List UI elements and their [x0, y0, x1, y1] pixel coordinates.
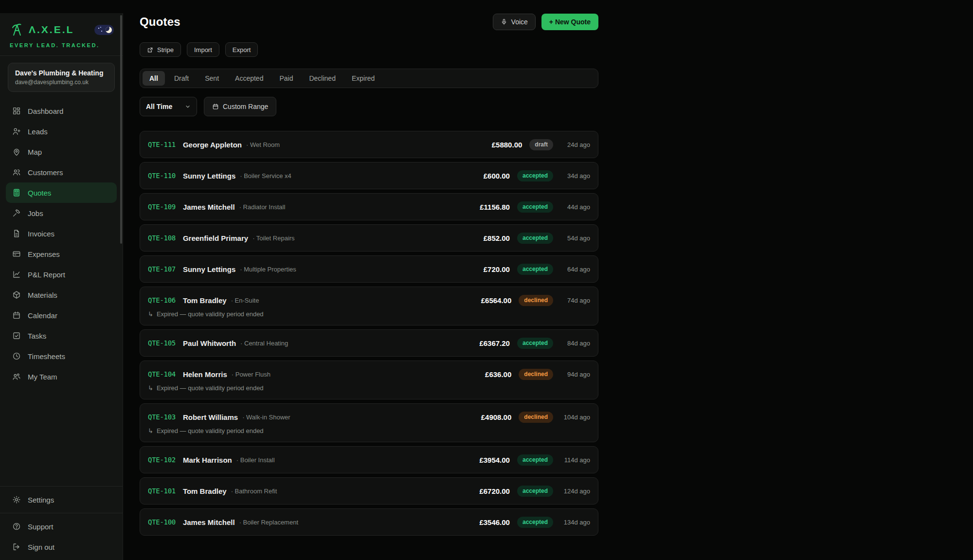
quote-row[interactable]: QTE-109 James Mitchell · Radiator Instal…: [140, 193, 598, 220]
quote-age: 64d ago: [560, 266, 590, 273]
custom-range-button[interactable]: Custom Range: [204, 97, 276, 116]
quote-description: · Central Heating: [240, 340, 288, 347]
import-button[interactable]: Import: [187, 42, 219, 57]
quote-row[interactable]: QTE-107 Sunny Lettings · Multiple Proper…: [140, 255, 598, 283]
status-tabs: All Draft Sent Accepted Paid Declined Ex…: [140, 69, 598, 88]
sidebar-item-quotes[interactable]: Quotes: [6, 182, 117, 203]
sidebar-item-tasks[interactable]: Tasks: [6, 325, 117, 346]
sidebar-settings-nav: Settings: [0, 487, 123, 513]
quote-amount: £600.00: [484, 172, 510, 180]
branch-arrow-icon: ↳: [148, 427, 153, 434]
sidebar-item-dashboard[interactable]: Dashboard: [6, 101, 117, 121]
quote-id: QTE-103: [148, 413, 176, 421]
quote-row[interactable]: QTE-110 Sunny Lettings · Boiler Service …: [140, 162, 598, 189]
stripe-button[interactable]: Stripe: [140, 42, 181, 57]
sidebar-item-expenses[interactable]: Expenses: [6, 244, 117, 264]
quote-row[interactable]: QTE-108 Greenfield Primary · Toilet Repa…: [140, 224, 598, 252]
quote-row[interactable]: QTE-104 Helen Morris · Power Flush £636.…: [140, 361, 598, 399]
sidebar-item-label: Map: [28, 148, 42, 156]
customer-name: Paul Whitworth: [183, 339, 236, 347]
sidebar-scrollbar[interactable]: [120, 15, 122, 244]
quote-description: · Boiler Service x4: [240, 172, 291, 180]
sidebar-item-label: Dashboard: [28, 107, 63, 115]
customer-name: Sunny Lettings: [183, 172, 235, 180]
tab-sent[interactable]: Sent: [198, 71, 226, 86]
time-range-select[interactable]: All Time: [140, 97, 197, 116]
status-badge: draft: [529, 139, 553, 150]
sidebar-item-pl-report[interactable]: P&L Report: [6, 264, 117, 285]
quote-id: QTE-105: [148, 339, 176, 347]
gear-icon: [12, 495, 21, 504]
account-card: Dave's Plumbing & Heating dave@davesplum…: [8, 63, 115, 92]
sidebar-item-label: Calendar: [28, 311, 57, 320]
sidebar-item-label: Timesheets: [28, 352, 65, 361]
customer-name: Helen Morris: [183, 370, 227, 379]
sidebar-item-calendar[interactable]: Calendar: [6, 305, 117, 325]
sidebar-item-my-team[interactable]: My Team: [6, 366, 117, 387]
quote-age: 114d ago: [560, 456, 590, 464]
clock-icon: [12, 352, 21, 361]
tab-declined[interactable]: Declined: [302, 71, 342, 86]
quote-id: QTE-104: [148, 370, 176, 378]
customer-name: George Appleton: [183, 141, 242, 149]
tab-paid[interactable]: Paid: [272, 71, 300, 86]
external-link-icon: [147, 47, 153, 53]
chart-icon: [12, 270, 21, 279]
voice-button[interactable]: Voice: [493, 14, 536, 30]
sidebar-item-label: Quotes: [28, 189, 51, 197]
sidebar-item-support[interactable]: Support: [6, 516, 117, 537]
tab-draft[interactable]: Draft: [167, 71, 196, 86]
quote-id: QTE-101: [148, 487, 176, 495]
quote-id: QTE-102: [148, 456, 176, 464]
theme-toggle[interactable]: [94, 25, 114, 35]
cube-icon: [12, 290, 21, 299]
sidebar-item-timesheets[interactable]: Timesheets: [6, 346, 117, 366]
quote-description: · Boiler Install: [236, 456, 275, 464]
quote-age: 94d ago: [560, 371, 590, 378]
quote-row[interactable]: QTE-105 Paul Whitworth · Central Heating…: [140, 329, 598, 357]
sidebar-item-invoices[interactable]: Invoices: [6, 223, 117, 244]
tab-all[interactable]: All: [143, 71, 165, 86]
quote-description: · Bathroom Refit: [231, 488, 277, 495]
quote-row[interactable]: QTE-101 Tom Bradley · Bathroom Refit £67…: [140, 477, 598, 505]
quote-row[interactable]: QTE-102 Mark Harrison · Boiler Install £…: [140, 446, 598, 473]
quote-amount: £6367.20: [479, 339, 510, 347]
quote-amount: £3546.00: [479, 518, 510, 526]
quote-row[interactable]: QTE-100 James Mitchell · Boiler Replacem…: [140, 508, 598, 536]
quote-amount: £6564.00: [481, 296, 512, 305]
sidebar-item-materials[interactable]: Materials: [6, 285, 117, 305]
tab-accepted[interactable]: Accepted: [228, 71, 270, 86]
quotes-list: QTE-111 George Appleton · Wet Room £5880…: [140, 131, 598, 536]
sidebar-item-label: Customers: [28, 168, 63, 177]
sidebar-item-leads[interactable]: Leads: [6, 121, 117, 142]
custom-range-label: Custom Range: [223, 103, 268, 110]
status-badge: accepted: [517, 170, 553, 181]
moon-icon: [106, 27, 112, 33]
calendar-icon: [212, 103, 219, 110]
sidebar-item-map[interactable]: Map: [6, 142, 117, 162]
quote-age: 134d ago: [560, 519, 590, 526]
customers-icon: [12, 168, 21, 177]
quote-row[interactable]: QTE-106 Tom Bradley · En-Suite £6564.00 …: [140, 287, 598, 325]
sidebar-item-customers[interactable]: Customers: [6, 162, 117, 182]
expiry-note-text: Expired — quote validity period ended: [157, 384, 264, 392]
tasks-icon: [12, 331, 21, 340]
export-button[interactable]: Export: [225, 42, 258, 57]
quote-id: QTE-107: [148, 265, 176, 273]
sidebar-item-sign-out[interactable]: Sign out: [6, 537, 117, 557]
quote-age: 84d ago: [560, 340, 590, 347]
quote-row[interactable]: QTE-111 George Appleton · Wet Room £5880…: [140, 131, 598, 158]
customer-name: James Mitchell: [183, 203, 235, 211]
quote-row[interactable]: QTE-103 Robert Williams · Walk-in Shower…: [140, 403, 598, 442]
invoice-icon: [12, 229, 21, 238]
tab-expired[interactable]: Expired: [345, 71, 381, 86]
customer-name: Mark Harrison: [183, 456, 232, 464]
new-quote-button-label: + New Quote: [549, 18, 591, 26]
hammer-icon: [12, 209, 21, 217]
sidebar-item-jobs[interactable]: Jobs: [6, 203, 117, 223]
quote-id: QTE-108: [148, 234, 176, 242]
divider: [0, 55, 123, 56]
expiry-note-text: Expired — quote validity period ended: [157, 310, 264, 318]
new-quote-button[interactable]: + New Quote: [541, 14, 598, 30]
sidebar-item-settings[interactable]: Settings: [6, 489, 117, 510]
